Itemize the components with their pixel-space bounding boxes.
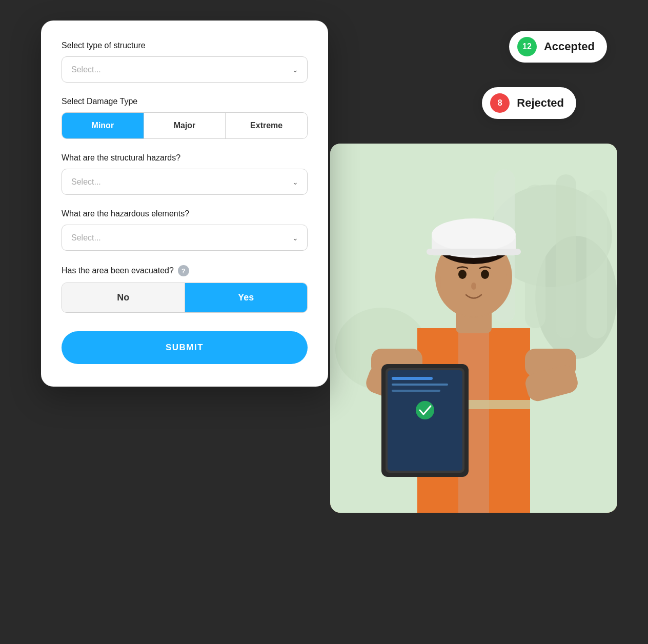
evacuated-toggle-group: No Yes — [62, 283, 308, 313]
structure-select-wrapper: Select... ⌄ — [62, 56, 308, 83]
worker-image-panel — [330, 144, 617, 513]
damage-minor-button[interactable]: Minor — [62, 113, 144, 138]
damage-label: Select Damage Type — [62, 97, 308, 106]
structure-select[interactable]: Select... — [62, 56, 308, 83]
evacuated-yes-button[interactable]: Yes — [185, 283, 308, 312]
hazards-select-wrapper: Select... ⌄ — [62, 169, 308, 195]
evacuated-no-button[interactable]: No — [62, 283, 185, 312]
submit-button[interactable]: SUBMIT — [62, 331, 308, 364]
hazardous-section: What are the hazardous elements? Select.… — [62, 209, 308, 251]
hazardous-select-wrapper: Select... ⌄ — [62, 225, 308, 251]
damage-toggle-group: Minor Major Extreme — [62, 112, 308, 139]
hazardous-select[interactable]: Select... — [62, 225, 308, 251]
damage-section: Select Damage Type Minor Major Extreme — [62, 97, 308, 139]
evacuated-label-row: Has the area been evacuated? ? — [62, 265, 308, 276]
accepted-badge: 12 Accepted — [509, 31, 607, 63]
svg-point-22 — [432, 218, 516, 251]
rejected-badge: 8 Rejected — [482, 87, 576, 119]
evacuated-section: Has the area been evacuated? ? No Yes — [62, 265, 308, 313]
evacuated-label: Has the area been evacuated? — [62, 266, 174, 275]
svg-rect-31 — [392, 377, 433, 380]
rejected-label: Rejected — [517, 96, 564, 110]
hazards-label: What are the structural hazards? — [62, 153, 308, 163]
hazards-select[interactable]: Select... — [62, 169, 308, 195]
structure-section: Select type of structure Select... ⌄ — [62, 41, 308, 83]
svg-rect-5 — [525, 185, 545, 328]
help-icon[interactable]: ? — [178, 265, 189, 276]
svg-rect-23 — [427, 249, 521, 255]
rejected-count: 8 — [498, 98, 502, 108]
structure-label: Select type of structure — [62, 41, 308, 50]
accepted-label: Accepted — [544, 40, 595, 53]
svg-point-16 — [458, 270, 467, 279]
rejected-count-circle: 8 — [490, 93, 510, 113]
accepted-count: 12 — [522, 42, 532, 51]
hazardous-label: What are the hazardous elements? — [62, 209, 308, 218]
svg-rect-6 — [556, 174, 576, 338]
svg-point-34 — [416, 401, 434, 419]
form-card: Select type of structure Select... ⌄ Sel… — [41, 21, 328, 387]
damage-major-button[interactable]: Major — [144, 113, 226, 138]
accepted-count-circle: 12 — [517, 37, 537, 56]
damage-extreme-button[interactable]: Extreme — [226, 113, 307, 138]
hazards-section: What are the structural hazards? Select.… — [62, 153, 308, 195]
worker-illustration — [330, 144, 617, 513]
svg-rect-33 — [392, 390, 440, 392]
svg-point-17 — [481, 270, 489, 279]
svg-rect-32 — [392, 384, 448, 386]
svg-point-18 — [471, 283, 476, 290]
svg-rect-11 — [489, 328, 530, 513]
svg-rect-7 — [586, 190, 607, 338]
